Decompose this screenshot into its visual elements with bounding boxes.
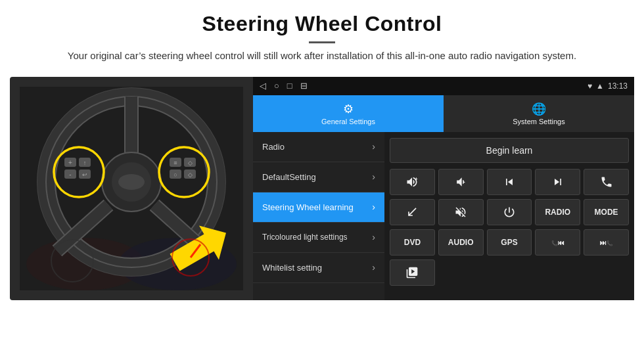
settings-area: Radio › DefaultSetting › Steering Wheel … [253, 132, 634, 300]
svg-text:📞: 📞 [607, 239, 613, 246]
mode-label: MODE [595, 208, 618, 217]
system-settings-label: System Settings [513, 118, 564, 125]
back-icon[interactable]: ◁ [260, 81, 266, 91]
hang-up-button[interactable] [390, 199, 435, 225]
svg-text:↑: ↑ [83, 160, 87, 166]
page-title: Steering Wheel Control [26, 12, 618, 36]
location-icon: ♥ [587, 81, 592, 91]
general-settings-icon: ⚙ [343, 102, 354, 116]
svg-text:⏮: ⏮ [558, 238, 564, 246]
audio-label: AUDIO [448, 238, 474, 247]
page-header: Steering Wheel Control Your original car… [0, 0, 644, 70]
begin-learn-row: Begin learn [390, 136, 629, 165]
controls-row-1: + - [390, 169, 629, 195]
svg-text:+: + [415, 176, 419, 182]
svg-text:↩: ↩ [82, 171, 87, 178]
controls-row-4 [390, 259, 629, 286]
default-arrow: › [372, 171, 375, 182]
vol-down-button[interactable]: - [438, 169, 484, 195]
controls-panel: Begin learn + - [384, 132, 634, 300]
general-settings-label: General Settings [321, 118, 375, 125]
phone-answer-button[interactable] [584, 169, 629, 195]
power-button[interactable] [487, 199, 532, 225]
begin-learn-label: Begin learn [486, 145, 533, 156]
svg-text:📞: 📞 [551, 239, 558, 246]
radio-mode-label: RADIO [545, 208, 570, 217]
mute-button[interactable] [438, 199, 484, 225]
vol-up-button[interactable]: + [390, 169, 435, 195]
main-content: + ↑ - ↩ ≡ ◇ ○ ◇ [0, 70, 644, 307]
header-divider [309, 41, 335, 43]
controls-row-3: DVD AUDIO GPS 📞 ⏮ [390, 229, 629, 256]
status-bar: ◁ ○ □ ⊟ ♥ ▲ 13:13 [253, 77, 634, 95]
tricoloured-label: Tricoloured light settings [262, 233, 348, 242]
begin-learn-button[interactable]: Begin learn [390, 138, 629, 163]
svg-text:-: - [69, 171, 71, 178]
svg-text:≡: ≡ [173, 160, 177, 166]
tricoloured-arrow: › [372, 232, 375, 242]
settings-item-steering[interactable]: Steering Wheel learning › [253, 192, 384, 223]
svg-text:+: + [68, 159, 72, 166]
svg-point-15 [118, 174, 145, 190]
phone-prev-button[interactable]: 📞 ⏮ [535, 229, 580, 256]
head-unit: ◁ ○ □ ⊟ ♥ ▲ 13:13 ⚙ General Settings 🌐 S… [253, 77, 634, 300]
steering-wheel-panel: + ↑ - ↩ ≡ ◇ ○ ◇ [10, 77, 253, 300]
svg-text:◇: ◇ [188, 160, 193, 166]
radio-mode-button[interactable]: RADIO [535, 199, 580, 225]
controls-row-2: RADIO MODE [390, 199, 629, 225]
recents-icon[interactable]: □ [287, 81, 292, 91]
gps-label: GPS [501, 238, 517, 247]
steering-arrow: › [372, 202, 375, 212]
page-subtitle: Your original car’s steering wheel contr… [66, 49, 578, 64]
home-icon[interactable]: ○ [274, 81, 279, 91]
wifi-icon: ▲ [596, 81, 604, 91]
settings-item-default[interactable]: DefaultSetting › [253, 162, 384, 192]
settings-list: Radio › DefaultSetting › Steering Wheel … [253, 132, 384, 300]
mode-button[interactable]: MODE [584, 199, 629, 225]
steering-label: Steering Wheel learning [262, 202, 354, 212]
system-settings-icon: 🌐 [532, 102, 546, 116]
settings-item-tricoloured[interactable]: Tricoloured light settings › [253, 223, 384, 253]
tab-system[interactable]: 🌐 System Settings [444, 95, 634, 132]
dvd-button[interactable]: DVD [390, 229, 435, 256]
gps-button[interactable]: GPS [487, 229, 532, 256]
media-icon-button[interactable] [390, 259, 435, 286]
settings-item-whitelist[interactable]: Whitelist setting › [253, 253, 384, 283]
tab-general[interactable]: ⚙ General Settings [253, 95, 444, 132]
dvd-label: DVD [404, 238, 421, 247]
whitelist-arrow: › [372, 262, 375, 273]
radio-arrow: › [372, 141, 375, 152]
radio-label: Radio [262, 142, 285, 152]
clock: 13:13 [608, 81, 628, 91]
phone-next-button[interactable]: ⏭ 📞 [584, 229, 629, 256]
whitelist-label: Whitelist setting [262, 263, 322, 273]
audio-button[interactable]: AUDIO [438, 229, 484, 256]
svg-text:○: ○ [173, 171, 177, 178]
next-track-button[interactable] [535, 169, 580, 195]
settings-item-radio[interactable]: Radio › [253, 132, 384, 162]
screenshot-icon[interactable]: ⊟ [300, 81, 308, 91]
prev-track-button[interactable] [487, 169, 532, 195]
default-label: DefaultSetting [262, 172, 316, 182]
svg-text:◇: ◇ [188, 171, 193, 178]
svg-text:⏭: ⏭ [600, 238, 607, 246]
tab-bar: ⚙ General Settings 🌐 System Settings [253, 95, 634, 132]
svg-text:-: - [463, 178, 465, 184]
